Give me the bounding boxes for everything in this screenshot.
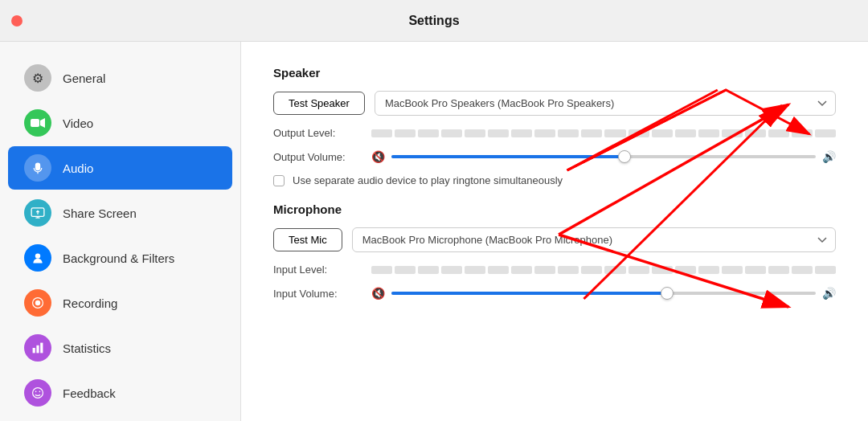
- level-seg-6: [488, 129, 509, 137]
- sidebar: ⚙ General Video Audio Share Screen: [0, 42, 241, 421]
- input-volume-slider-container: 🔇 🔊: [371, 287, 836, 300]
- sidebar-label-statistics: Statistics: [63, 341, 111, 355]
- sidebar-item-feedback[interactable]: Feedback: [8, 371, 232, 415]
- sidebar-label-background: Background & Filters: [63, 251, 174, 265]
- window-title: Settings: [408, 14, 459, 28]
- sidebar-label-feedback: Feedback: [63, 386, 116, 400]
- level-seg-13: [652, 129, 673, 137]
- sidebar-item-share-screen[interactable]: Share Screen: [8, 191, 232, 235]
- audio-icon: [24, 154, 51, 182]
- sidebar-item-statistics[interactable]: Statistics: [8, 326, 232, 370]
- output-level-bar: [371, 129, 836, 138]
- level-seg-11: [604, 129, 625, 137]
- input-level-label: Input Level:: [273, 264, 362, 276]
- speaker-device-select[interactable]: MacBook Pro Speakers (MacBook Pro Speake…: [375, 91, 836, 116]
- svg-point-11: [35, 391, 37, 393]
- svg-rect-8: [36, 345, 39, 354]
- test-speaker-button[interactable]: Test Speaker: [273, 92, 365, 115]
- svg-marker-1: [40, 118, 45, 128]
- ringtone-label: Use separate audio device to play ringto…: [293, 174, 563, 186]
- video-icon: [24, 109, 51, 137]
- level-seg-4: [441, 129, 462, 137]
- input-level-bar: [371, 265, 836, 275]
- level-seg-14: [675, 129, 696, 137]
- sidebar-label-general: General: [63, 72, 105, 85]
- background-icon: [24, 244, 51, 272]
- input-volume-low-icon: 🔇: [371, 287, 385, 300]
- input-level-row: Input Level:: [273, 264, 836, 276]
- level-seg-1: [371, 129, 392, 137]
- level-seg-8: [534, 129, 555, 137]
- input-volume-thumb[interactable]: [661, 287, 674, 300]
- main-layout: ⚙ General Video Audio Share Screen: [0, 42, 868, 421]
- level-seg-19: [792, 129, 813, 137]
- share-screen-icon: [24, 199, 51, 227]
- microphone-row: Test Mic MacBook Pro Microphone (MacBook…: [273, 227, 836, 252]
- level-seg-16: [722, 129, 743, 137]
- general-icon: ⚙: [24, 64, 51, 92]
- svg-point-6: [35, 300, 40, 305]
- content-area: Speaker Test Speaker MacBook Pro Speaker…: [241, 42, 868, 421]
- svg-rect-9: [40, 343, 43, 354]
- level-seg-17: [745, 129, 766, 137]
- sidebar-item-video[interactable]: Video: [8, 101, 232, 145]
- output-volume-label: Output Volume:: [273, 151, 362, 163]
- input-volume-row: Input Volume: 🔇 🔊: [273, 287, 836, 300]
- titlebar: Settings: [0, 0, 868, 42]
- mic-device-select[interactable]: MacBook Pro Microphone (MacBook Pro Micr…: [352, 227, 836, 252]
- speaker-row: Test Speaker MacBook Pro Speakers (MacBo…: [273, 91, 836, 116]
- sidebar-label-recording: Recording: [63, 296, 117, 310]
- input-volume-fill: [391, 292, 667, 295]
- ringtone-checkbox[interactable]: [273, 175, 285, 186]
- sidebar-label-audio: Audio: [63, 161, 93, 175]
- level-seg-9: [558, 129, 579, 137]
- volume-low-icon: 🔇: [371, 150, 385, 163]
- sidebar-item-general[interactable]: ⚙ General: [8, 56, 232, 100]
- recording-icon: [24, 289, 51, 317]
- volume-high-icon: 🔊: [822, 150, 836, 163]
- test-mic-button[interactable]: Test Mic: [273, 228, 342, 251]
- level-seg-10: [581, 129, 602, 137]
- input-volume-high-icon: 🔊: [822, 287, 836, 300]
- sidebar-label-video: Video: [63, 116, 93, 130]
- level-seg-7: [511, 129, 532, 137]
- microphone-section-title: Microphone: [273, 202, 836, 216]
- output-volume-row: Output Volume: 🔇 🔊: [273, 150, 836, 163]
- output-level-row: Output Level:: [273, 127, 836, 139]
- svg-rect-0: [31, 119, 39, 127]
- statistics-icon: [24, 334, 51, 362]
- sidebar-item-audio[interactable]: Audio: [8, 146, 232, 190]
- output-volume-thumb[interactable]: [618, 150, 631, 163]
- svg-rect-7: [33, 348, 35, 353]
- speaker-section-title: Speaker: [273, 66, 836, 80]
- feedback-icon: [24, 379, 51, 407]
- svg-point-4: [35, 253, 40, 258]
- svg-point-10: [33, 388, 43, 399]
- output-level-label: Output Level:: [273, 127, 362, 139]
- svg-point-12: [39, 391, 41, 393]
- output-volume-slider-container: 🔇 🔊: [371, 150, 836, 163]
- close-button[interactable]: [11, 15, 23, 27]
- input-volume-track[interactable]: [391, 292, 816, 295]
- output-volume-fill: [391, 155, 624, 158]
- level-seg-2: [395, 129, 416, 137]
- level-seg-18: [768, 129, 789, 137]
- sidebar-item-background[interactable]: Background & Filters: [8, 236, 232, 280]
- level-seg-20: [815, 129, 836, 137]
- level-seg-3: [418, 129, 439, 137]
- sidebar-label-share-screen: Share Screen: [63, 206, 137, 220]
- level-seg-12: [628, 129, 649, 137]
- level-seg-5: [465, 129, 485, 137]
- output-volume-track[interactable]: [391, 155, 816, 158]
- sidebar-item-recording[interactable]: Recording: [8, 281, 232, 325]
- ringtone-checkbox-row: Use separate audio device to play ringto…: [273, 174, 836, 186]
- level-seg-15: [698, 129, 719, 137]
- input-volume-label: Input Volume:: [273, 288, 362, 300]
